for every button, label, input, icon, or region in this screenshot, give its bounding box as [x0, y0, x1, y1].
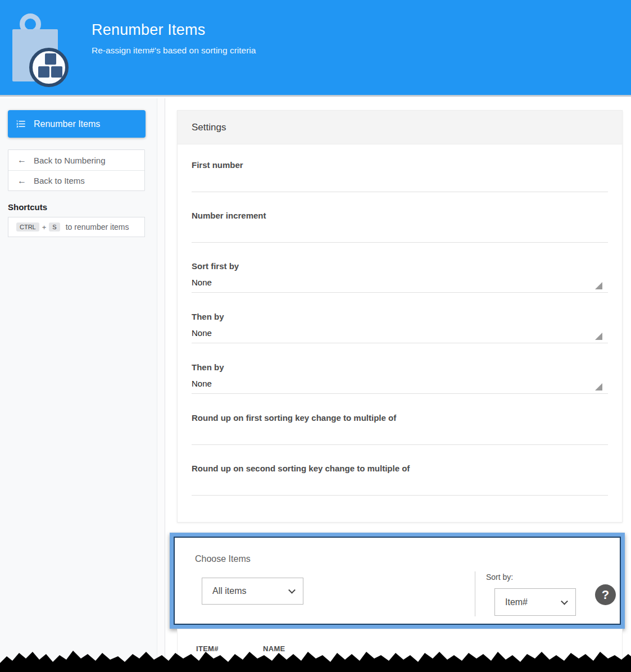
then-by-1-select[interactable]: None [192, 328, 212, 338]
back-to-items-link[interactable]: ← Back to Items [8, 170, 144, 190]
sidebar-scrollbar[interactable] [157, 98, 165, 672]
blocks-badge-icon [29, 48, 69, 87]
chevron-down-icon [288, 587, 296, 594]
sort-by-label: Sort by: [486, 573, 513, 582]
sort-first-by-label: Sort first by [192, 261, 608, 271]
block-icon [45, 53, 56, 65]
items-filter-value: All items [212, 586, 246, 596]
sort-by-value: Item# [505, 597, 528, 607]
settings-title: Settings [192, 122, 226, 133]
shortcuts-heading: Shortcuts [8, 202, 47, 212]
sort-first-by-select[interactable]: None [192, 278, 212, 287]
then-by-2-select[interactable]: None [192, 379, 212, 388]
round-up-second-input[interactable] [192, 475, 608, 496]
app-logo [0, 0, 79, 97]
sidebar-item-label: Renumber Items [34, 119, 100, 129]
back-link-label: Back to Numbering [34, 156, 106, 165]
sidebar: Renumber Items ← Back to Numbering ← Bac… [0, 98, 165, 672]
dropdown-triangle-icon[interactable] [595, 282, 602, 289]
back-links: ← Back to Numbering ← Back to Items [8, 149, 145, 191]
first-number-label: First number [192, 160, 608, 170]
choose-items-highlight: Choose Items All items Sort by: Item# ? [170, 533, 625, 629]
page-title: Renumber Items [92, 21, 205, 39]
sidebar-item-renumber-items[interactable]: Renumber Items [8, 110, 146, 138]
block-icon [51, 66, 62, 78]
left-arrow-icon: ← [17, 155, 26, 165]
round-up-first-label: Round up on first sorting key change to … [192, 413, 608, 423]
then-by-1-label: Then by [192, 312, 608, 322]
block-icon [38, 66, 49, 78]
plus-sign: + [42, 223, 47, 231]
page-subtitle: Re-assign item#'s based on sorting crite… [92, 46, 256, 56]
then-by-2-label: Then by [192, 362, 608, 373]
first-number-input[interactable] [192, 172, 608, 192]
s-keycap: S [49, 223, 60, 231]
renumber-items-app: Renumber Items Re-assign item#'s based o… [0, 0, 631, 672]
field-underline [192, 393, 608, 394]
help-icon[interactable]: ? [595, 584, 616, 605]
torn-edge-decoration [0, 646, 631, 672]
dropdown-triangle-icon[interactable] [595, 383, 602, 391]
back-to-numbering-link[interactable]: ← Back to Numbering [8, 150, 144, 170]
field-underline [192, 292, 608, 293]
vertical-divider [475, 571, 475, 616]
numbered-list-icon [16, 119, 26, 129]
dropdown-triangle-icon[interactable] [595, 333, 602, 340]
shortcut-hint: CTRL + S to renumber items [8, 217, 145, 237]
left-arrow-icon: ← [17, 176, 26, 186]
choose-items-panel: Choose Items All items Sort by: Item# ? [174, 537, 621, 625]
sort-by-select[interactable]: Item# [494, 588, 576, 616]
app-header: Renumber Items Re-assign item#'s based o… [0, 0, 631, 97]
shortcut-description: to renumber items [66, 223, 129, 231]
ctrl-keycap: CTRL [16, 223, 39, 231]
field-underline [192, 343, 608, 343]
number-increment-input[interactable] [192, 223, 608, 243]
back-link-label: Back to Items [34, 176, 85, 185]
round-up-second-label: Round up on second sorting key change to… [192, 464, 608, 474]
items-filter-select[interactable]: All items [202, 578, 303, 605]
settings-card-header: Settings [178, 111, 622, 144]
question-mark-glyph: ? [602, 588, 609, 602]
chevron-down-icon [561, 597, 568, 605]
round-up-first-input[interactable] [192, 425, 608, 445]
number-increment-label: Number increment [192, 211, 608, 221]
settings-card: Settings First number Number increment S… [177, 110, 623, 523]
choose-items-title: Choose Items [195, 554, 251, 564]
